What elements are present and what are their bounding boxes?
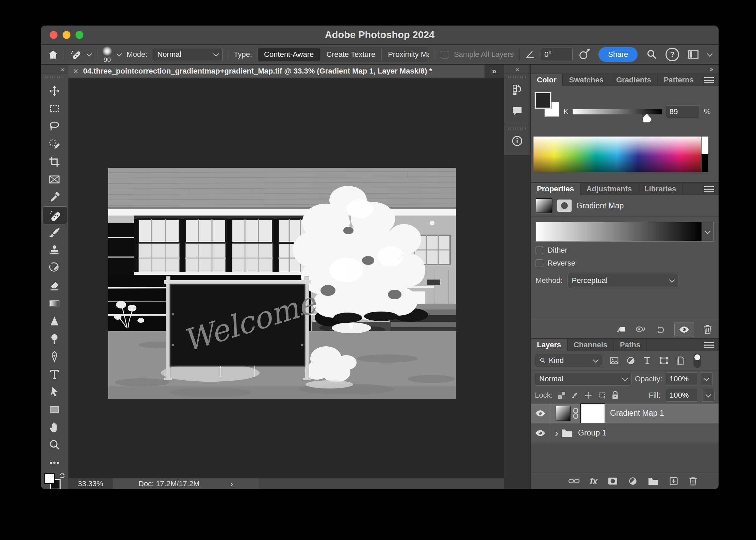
history-brush-tool[interactable] [42, 259, 67, 276]
mask-link-icon[interactable] [573, 408, 579, 419]
new-layer-icon[interactable] [669, 476, 678, 486]
reverse-checkbox[interactable] [536, 259, 543, 267]
shape-tool[interactable] [42, 401, 67, 418]
lock-transparency-icon[interactable] [558, 392, 565, 399]
workspace-icon[interactable] [687, 48, 700, 61]
tab-overflow-icon[interactable]: » [484, 65, 504, 78]
swap-colors-icon[interactable] [59, 472, 66, 479]
tab-swatches[interactable]: Swatches [563, 74, 610, 86]
white-swatch[interactable] [702, 137, 708, 154]
panel-menu-icon[interactable] [704, 77, 714, 83]
panels-collapse-control[interactable]: » [531, 65, 719, 74]
help-icon[interactable]: ? [665, 48, 679, 61]
gradient-tool[interactable] [42, 295, 67, 312]
filter-shape-layers-icon[interactable] [659, 355, 669, 366]
k-slider[interactable] [573, 109, 662, 114]
tab-properties[interactable]: Properties [531, 183, 580, 195]
add-layer-mask-icon[interactable] [608, 477, 618, 485]
pen-tool[interactable] [42, 348, 67, 365]
layer-row-group[interactable]: › Group 1 [531, 423, 719, 443]
spot-healing-brush-tool[interactable] [42, 206, 67, 224]
share-button[interactable]: Share [598, 47, 638, 62]
canvas-artwork[interactable]: Welcome [108, 168, 456, 399]
blend-mode-select[interactable]: Normal [535, 372, 631, 386]
lock-position-icon[interactable] [584, 391, 592, 399]
delete-adjustment-trash-icon[interactable] [703, 324, 712, 335]
canvas-workspace[interactable]: Welcome [68, 78, 504, 478]
tab-color[interactable]: Color [531, 74, 563, 86]
workspace-chevron-icon[interactable] [707, 51, 713, 57]
angle-input[interactable]: 0° [541, 48, 573, 61]
path-selection-tool[interactable] [42, 383, 67, 400]
tab-paths[interactable]: Paths [614, 339, 647, 351]
spot-healing-brush-tool-preset-icon[interactable] [70, 48, 82, 61]
content-aware-button[interactable]: Content-Aware [258, 48, 320, 61]
document-tab[interactable]: × 04.three_pointcorrection_gradientmap+g… [68, 65, 484, 78]
create-texture-button[interactable]: Create Texture [320, 48, 382, 61]
dock-grip[interactable] [508, 76, 526, 78]
lasso-tool[interactable] [42, 118, 67, 135]
gradient-preview-bar[interactable] [536, 222, 702, 242]
zoom-tool[interactable] [42, 436, 67, 454]
comments-panel-icon[interactable] [504, 100, 530, 121]
view-previous-state-icon[interactable] [635, 324, 646, 335]
clone-stamp-tool[interactable] [42, 242, 67, 259]
toggle-visibility-button[interactable] [674, 322, 694, 337]
edit-toolbar-ellipsis-icon[interactable] [42, 454, 67, 471]
tab-channels[interactable]: Channels [568, 339, 614, 351]
frame-tool[interactable] [42, 171, 67, 188]
opacity-input[interactable]: 100% [666, 372, 697, 385]
sharpen-tool[interactable] [42, 313, 67, 330]
layer-name[interactable]: Group 1 [578, 428, 606, 438]
adjustment-layer-thumbnail[interactable] [556, 406, 571, 421]
brush-tool[interactable] [42, 224, 67, 241]
opacity-dropdown-button[interactable] [700, 372, 712, 385]
tab-adjustments[interactable]: Adjustments [580, 183, 638, 195]
layer-mask-thumbnail[interactable] [581, 404, 605, 423]
lock-paint-icon[interactable] [571, 391, 579, 399]
color-spectrum-ramp[interactable] [533, 137, 701, 172]
doc-size-indicator[interactable]: Doc: 17.2M/17.2M › [113, 478, 259, 489]
dodge-tool[interactable] [42, 330, 67, 347]
filter-toggle-switch[interactable] [693, 353, 701, 368]
history-panel-icon[interactable] [504, 79, 530, 100]
targeted-adjustment-icon[interactable] [578, 48, 590, 61]
method-select[interactable]: Perceptual [568, 274, 678, 287]
tab-layers[interactable]: Layers [531, 339, 568, 351]
foreground-color-swatch[interactable] [535, 92, 551, 109]
dock-grip[interactable] [508, 127, 526, 130]
close-tab-icon[interactable]: × [73, 67, 78, 76]
new-adjustment-layer-icon[interactable] [628, 476, 638, 486]
tab-patterns[interactable]: Patterns [658, 74, 700, 86]
mode-select[interactable]: Normal [153, 48, 223, 61]
status-chevron-icon[interactable]: › [230, 479, 233, 489]
fill-input[interactable]: 100% [666, 389, 697, 402]
gradient-picker-button[interactable] [702, 222, 714, 242]
filter-adjustment-layers-icon[interactable] [626, 356, 636, 365]
lock-all-icon[interactable] [611, 391, 619, 400]
lock-artboard-icon[interactable] [598, 391, 606, 399]
proximity-match-button[interactable]: Proximity Match [382, 48, 429, 61]
filter-type-layers-icon[interactable] [642, 356, 652, 365]
zoom-window-button[interactable] [76, 31, 83, 39]
k-slider-handle[interactable] [642, 114, 652, 123]
brush-preview[interactable]: 90 [102, 46, 112, 63]
tab-libraries[interactable]: Libraries [638, 183, 683, 195]
zoom-level-field[interactable]: 33.33% [68, 478, 113, 489]
filter-pixel-layers-icon[interactable] [609, 355, 619, 366]
layer-visibility-eye-icon[interactable] [531, 423, 550, 443]
marquee-tool[interactable] [42, 100, 67, 117]
spectrum-end-swatches[interactable] [702, 137, 708, 172]
type-tool[interactable] [42, 366, 67, 383]
crop-tool[interactable] [42, 153, 67, 170]
foreground-color-swatch[interactable] [44, 473, 55, 484]
panel-menu-icon[interactable] [704, 342, 714, 348]
fill-dropdown-button[interactable] [702, 389, 714, 402]
foreground-background-colors[interactable] [44, 473, 65, 489]
minimize-window-button[interactable] [63, 31, 70, 39]
move-tool[interactable] [42, 82, 67, 99]
k-value-input[interactable]: 89 [666, 105, 700, 118]
hand-tool[interactable] [42, 419, 67, 436]
brush-picker-chevron-icon[interactable] [116, 51, 122, 56]
eyedropper-tool[interactable] [42, 189, 67, 206]
